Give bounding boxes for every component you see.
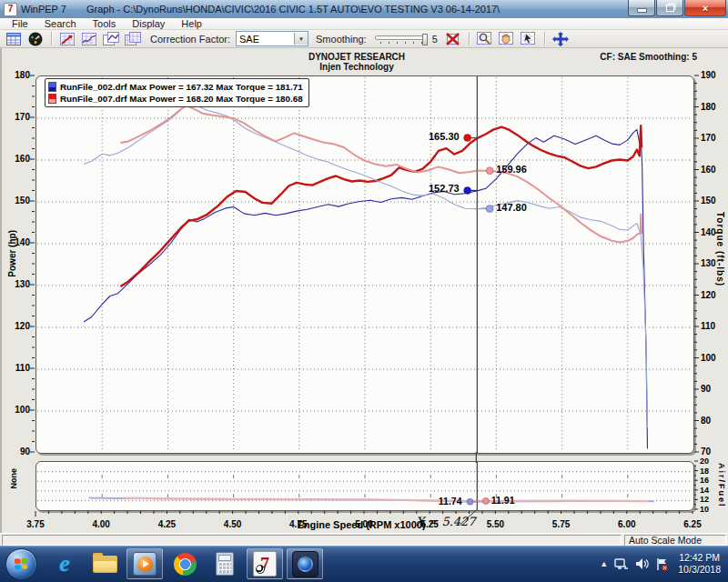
menu-bar: File Search Tools Display Help bbox=[0, 18, 728, 30]
series-runfile_002-power bbox=[84, 129, 648, 448]
annotation-dot bbox=[486, 167, 493, 175]
title-bar: 7 WinPEP 7 Graph - C:\DynoRuns\HONDA\CIV… bbox=[0, 0, 728, 19]
runfiles-table-button[interactable] bbox=[4, 30, 24, 47]
zoom-graph-button[interactable] bbox=[475, 30, 495, 47]
afr-cursor-value-label: 11.74 bbox=[431, 496, 462, 507]
smoothing-label: Smoothing: bbox=[316, 34, 367, 45]
correction-factor-select[interactable]: SAE ▼ bbox=[236, 31, 308, 46]
taskbar-clock[interactable]: 12:42 PM 10/3/2018 bbox=[674, 552, 721, 576]
correction-factor-value: SAE bbox=[237, 34, 294, 45]
annotation-dot bbox=[464, 135, 471, 142]
afr-plot[interactable] bbox=[36, 462, 693, 510]
overlay-graphs-button[interactable] bbox=[101, 30, 121, 47]
menu-display[interactable]: Display bbox=[124, 18, 173, 29]
delete-graph-button[interactable] bbox=[443, 30, 463, 47]
taskbar-media-player[interactable] bbox=[126, 548, 163, 579]
dropdown-button[interactable]: ▼ bbox=[294, 33, 308, 45]
chart-settings-readout: CF: SAE Smoothing: 5 bbox=[600, 52, 697, 62]
legend-swatch-run002 bbox=[48, 82, 56, 92]
torque-tick-label: 110 bbox=[701, 321, 715, 331]
power-tick-label: 150 bbox=[7, 196, 30, 206]
internet-explorer-icon: e bbox=[59, 550, 70, 577]
taskbar-calculator[interactable] bbox=[207, 548, 243, 579]
x-tick-label: 4.25 bbox=[152, 519, 181, 529]
afr-plot-panel[interactable] bbox=[35, 461, 694, 511]
menu-search[interactable]: Search bbox=[36, 18, 85, 29]
taskbar-dyno-app[interactable] bbox=[287, 548, 323, 579]
x-tick-label: 5.50 bbox=[480, 519, 510, 529]
select-graph-button[interactable] bbox=[519, 30, 539, 47]
status-panel-empty bbox=[2, 535, 622, 546]
window-title: Graph - C:\DynoRuns\HONDA\CIVIC\2016 CIV… bbox=[86, 4, 500, 15]
crosshair-move-icon bbox=[552, 32, 569, 46]
chevron-down-icon: ▼ bbox=[298, 36, 304, 42]
clock-date: 10/3/2018 bbox=[678, 564, 721, 576]
action-center-flag-icon[interactable] bbox=[655, 557, 668, 571]
torque-tick-label: 90 bbox=[701, 384, 711, 394]
afr-annotation-dot bbox=[467, 498, 473, 505]
cursor-value-label: 147.80 bbox=[496, 202, 527, 213]
minimize-button[interactable] bbox=[628, 0, 655, 16]
menu-tools[interactable]: Tools bbox=[85, 18, 125, 29]
torque-axis-title: Torque (ft-lbs) bbox=[715, 212, 725, 286]
torque-tick-label: 160 bbox=[701, 165, 716, 175]
afr-tick-label: 16 bbox=[700, 476, 709, 485]
smoothing-slider[interactable] bbox=[375, 34, 428, 45]
annotation-dot bbox=[464, 186, 471, 194]
toolbar-separator bbox=[51, 32, 52, 45]
torque-tick-label: 120 bbox=[701, 290, 716, 300]
graph-curve-button[interactable] bbox=[79, 30, 99, 47]
crosshair-button[interactable] bbox=[551, 30, 571, 47]
new-graph-button[interactable] bbox=[57, 30, 77, 47]
series-runfile_007-power bbox=[120, 125, 642, 286]
main-plot-panel[interactable] bbox=[35, 75, 694, 454]
network-icon[interactable] bbox=[614, 557, 629, 570]
graph-curve-icon bbox=[82, 33, 96, 45]
taskbar-file-explorer[interactable] bbox=[86, 548, 123, 579]
toolbar: Correction Factor: SAE ▼ Smoothing: 5 bbox=[0, 30, 728, 48]
volume-icon[interactable] bbox=[635, 557, 649, 570]
main-plot[interactable] bbox=[36, 76, 693, 453]
pan-graph-button[interactable] bbox=[497, 30, 517, 47]
start-button[interactable] bbox=[5, 548, 37, 580]
windows-logo-icon bbox=[15, 557, 28, 569]
x-tick-label: 4.75 bbox=[284, 519, 313, 529]
taskbar: e 7 ▲ 12:42 PM 10/3/2018 bbox=[0, 546, 728, 582]
close-button[interactable]: × bbox=[684, 0, 726, 16]
x-tick-label: 6.00 bbox=[612, 519, 642, 529]
menu-help[interactable]: Help bbox=[173, 18, 210, 29]
x-tick-label: 3.75 bbox=[21, 519, 50, 529]
table-icon bbox=[6, 33, 21, 45]
torque-tick-label: 130 bbox=[701, 258, 716, 268]
legend-box[interactable]: RunFile_002.drf Max Power = 167.32 Max T… bbox=[45, 78, 309, 107]
minimize-icon bbox=[637, 8, 647, 13]
taskbar-internet-explorer[interactable]: e bbox=[46, 548, 83, 579]
power-tick-label: 170 bbox=[7, 112, 30, 122]
compare-graphs-button[interactable] bbox=[123, 30, 143, 47]
tray-expand-icon[interactable]: ▲ bbox=[600, 559, 608, 568]
dyno-gauge-button[interactable] bbox=[25, 30, 46, 47]
torque-tick-label: 190 bbox=[701, 70, 716, 80]
taskbar-winpep[interactable]: 7 bbox=[247, 548, 283, 579]
afr-tick-label: 20 bbox=[700, 457, 709, 466]
afr-left-axis-title: None bbox=[9, 468, 18, 489]
winpep-app-icon: 7 bbox=[4, 3, 17, 16]
pan-hand-icon bbox=[499, 32, 514, 45]
legend-row: RunFile_007.drf Max Power = 168.20 Max T… bbox=[48, 93, 303, 105]
power-tick-label: 130 bbox=[7, 279, 30, 289]
clock-time: 12:42 PM bbox=[678, 552, 721, 564]
restore-icon bbox=[666, 5, 674, 12]
taskbar-chrome[interactable] bbox=[167, 548, 203, 579]
folder-icon bbox=[93, 556, 117, 573]
power-tick-label: 160 bbox=[7, 154, 30, 164]
toolbar-separator bbox=[469, 32, 470, 45]
restore-button[interactable] bbox=[656, 0, 683, 16]
torque-tick-label: 140 bbox=[701, 227, 716, 237]
chrome-icon bbox=[174, 553, 197, 576]
close-icon: × bbox=[703, 3, 708, 14]
menu-file[interactable]: File bbox=[4, 18, 36, 29]
series-runfile_002-torque bbox=[84, 103, 648, 428]
torque-tick-label: 180 bbox=[701, 102, 716, 112]
afr-annotation-dot bbox=[482, 497, 489, 504]
slider-thumb[interactable] bbox=[422, 34, 428, 45]
